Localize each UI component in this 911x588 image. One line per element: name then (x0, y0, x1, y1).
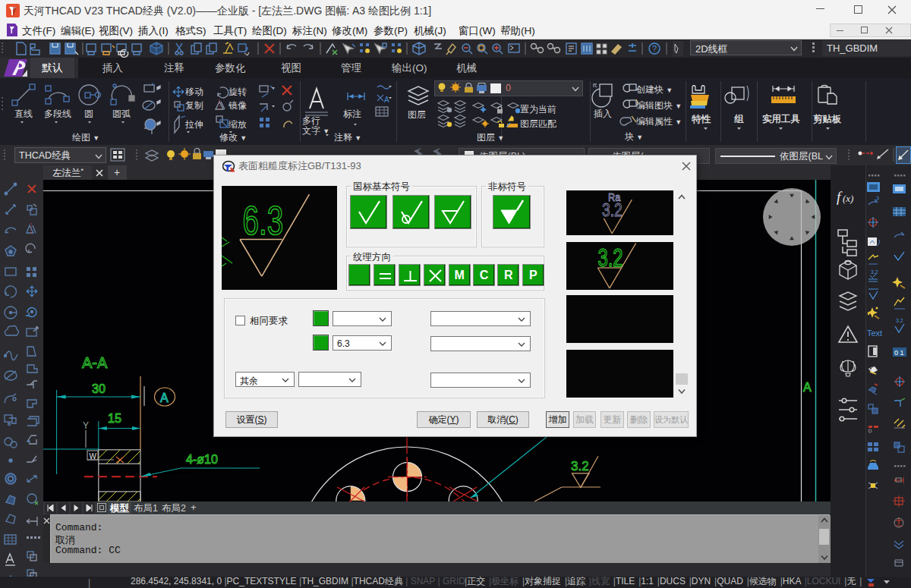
svg-text:15: 15 (108, 412, 121, 425)
svg-text:6.3: 6.3 (243, 198, 284, 243)
svg-text:30: 30 (92, 382, 106, 395)
svg-text:A-A: A-A (82, 354, 108, 371)
svg-text:A: A (160, 391, 169, 404)
svg-text:(x): (x) (843, 193, 853, 204)
svg-text:3: 3 (876, 196, 879, 201)
svg-text:A: A (803, 381, 812, 394)
svg-text:3.2: 3.2 (602, 200, 623, 219)
svg-text:3.2: 3.2 (871, 269, 878, 275)
svg-text:Y: Y (83, 420, 89, 431)
svg-text:3.2: 3.2 (896, 318, 903, 323)
svg-text:0 1: 0 1 (894, 349, 904, 357)
svg-text:Text: Text (867, 329, 882, 338)
svg-text:A: A (384, 96, 389, 104)
svg-text:4-ø10: 4-ø10 (186, 453, 218, 466)
svg-text:3.2: 3.2 (571, 459, 589, 473)
svg-text:3.2: 3.2 (598, 244, 623, 272)
svg-text:W: W (90, 452, 97, 461)
svg-text:?: ? (652, 44, 657, 53)
